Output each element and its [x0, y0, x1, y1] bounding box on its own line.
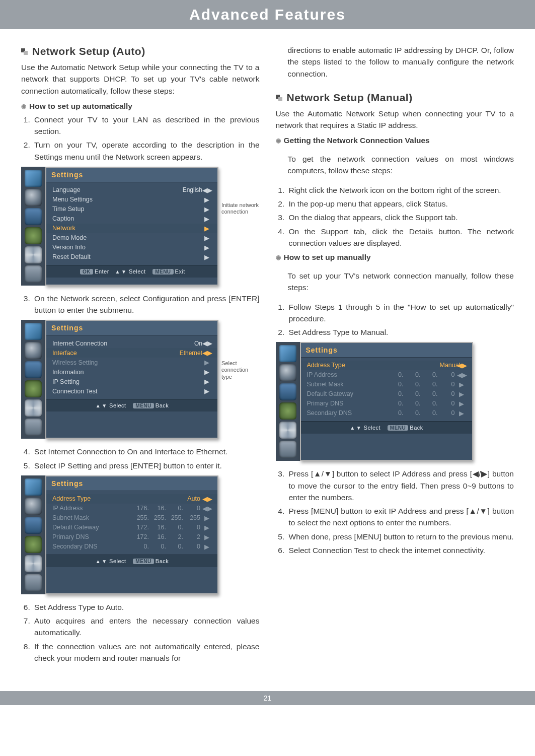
menu-row[interactable]: Secondary DNS0.0.0.0▶	[46, 542, 217, 552]
continuation-text: directions to enable automatic IP addres…	[288, 44, 514, 80]
picture-icon	[279, 345, 296, 362]
lead-text: Use the Automatic Network Setup while yo…	[21, 61, 260, 97]
auto-steps: Set Internet Connection to On and Interf…	[21, 446, 260, 471]
sound-icon	[279, 364, 296, 381]
page-number: 21	[0, 691, 535, 705]
lock-icon	[25, 536, 42, 553]
tv-network-panel: Settings Internet ConnectionOn◀▶Interfac…	[45, 320, 218, 439]
tv-panel-title: Settings	[301, 343, 472, 358]
menu-row[interactable]: Connection Test▶	[46, 386, 217, 396]
manual-lead: To set up your TV's network connection m…	[288, 270, 514, 294]
menu-row[interactable]: Caption▶	[46, 214, 217, 224]
manual-steps: Press [▲/▼] button to select IP Address …	[276, 468, 514, 556]
menu-row[interactable]: IP Address0.0.0.0◀▶	[301, 370, 472, 380]
settings-icon	[25, 399, 42, 417]
menu-row[interactable]: Address TypeManual◀▶	[301, 361, 472, 370]
settings-icon	[25, 555, 42, 572]
step: Follow Steps 1 through 5 in the "How to …	[287, 301, 514, 325]
step: Set Address Type to Auto.	[32, 601, 260, 613]
right-column: directions to enable automatic IP addres…	[276, 42, 514, 666]
menu-row[interactable]: Primary DNS172.16.2.2▶	[46, 532, 217, 542]
tv-settings-panel: Settings LanguageEnglish◀▶Menu Settings▶…	[45, 167, 218, 286]
step: Right click the Network icon on the bott…	[287, 184, 514, 196]
picture-icon	[25, 323, 42, 340]
menu-row[interactable]: Subnet Mask255.255.255.255▶	[46, 513, 217, 523]
sub-head-manual: How to set up manually	[276, 253, 514, 262]
menu-row[interactable]: Time Setup▶	[46, 204, 217, 214]
get-values-steps: Right click the Network icon on the bott…	[276, 184, 514, 249]
left-column: Network Setup (Auto) Use the Automatic N…	[21, 42, 260, 666]
step: Auto acquires and enters the necessary c…	[32, 615, 260, 639]
menu-row[interactable]: InterfaceEthernet◀▶	[46, 348, 217, 358]
step: When done, press [MENU] button to return…	[287, 531, 514, 542]
step: Press [MENU] button to exit IP Address a…	[287, 505, 514, 529]
sound-icon	[25, 189, 42, 206]
tv-panel-title: Settings	[46, 168, 217, 182]
lock-icon	[279, 402, 296, 420]
step: On the dialog that appears, click the Su…	[287, 212, 514, 223]
section-heading-manual: Network Setup (Manual)	[276, 92, 514, 104]
tv-panel-title: Settings	[46, 321, 217, 335]
step: Set Internet Connection to On and Interf…	[32, 446, 260, 457]
step: Press [▲/▼] button to select IP Address …	[287, 468, 514, 503]
tv-footer: ▲▼ Select MENUBack	[301, 421, 472, 434]
menu-row[interactable]: Menu Settings▶	[46, 195, 217, 204]
section-marker-icon	[21, 48, 28, 55]
menu-row[interactable]: Subnet Mask0.0.0.0▶	[301, 380, 472, 389]
menu-row[interactable]: Network▶	[46, 224, 217, 233]
step: If the connection values are not automat…	[32, 641, 260, 664]
menu-row[interactable]: Demo Mode▶	[46, 233, 217, 243]
section-marker-icon	[276, 95, 283, 102]
menu-row[interactable]: Primary DNS0.0.0.0▶	[301, 399, 472, 408]
tv-sidebar	[21, 167, 45, 286]
get-values-lead: To get the network connection values on …	[288, 153, 514, 177]
channel-icon	[25, 361, 42, 378]
home-icon	[279, 441, 296, 458]
auto-steps: Connect your TV to your LAN as described…	[21, 114, 260, 163]
menu-row[interactable]: Wireless Setting▶	[46, 358, 217, 367]
step: Set Address Type to Manual.	[287, 326, 514, 338]
home-icon	[25, 265, 42, 283]
menu-row[interactable]: Reset Default▶	[46, 252, 217, 262]
home-icon	[25, 574, 42, 591]
tv-ip-panel-manual: Settings Address TypeManual◀▶IP Address0…	[300, 342, 473, 461]
menu-row[interactable]: Default Gateway0.0.0.0▶	[301, 389, 472, 399]
tv-footer: OKEnter ▲▼ Select MENUExit	[46, 265, 217, 278]
section-heading-auto: Network Setup (Auto)	[21, 45, 260, 57]
callout-text: Initiate network connection	[221, 202, 260, 215]
menu-row[interactable]: Internet ConnectionOn◀▶	[46, 338, 217, 348]
step: Select Connection Test to check the inte…	[287, 544, 514, 556]
lock-icon	[25, 380, 42, 397]
tv-sidebar	[21, 475, 45, 594]
channel-icon	[25, 208, 42, 225]
menu-row[interactable]: Address TypeAuto◀▶	[46, 494, 217, 504]
step: Select IP Setting and press [ENTER] butt…	[32, 460, 260, 471]
auto-steps: On the Network screen, select Configurat…	[21, 293, 260, 316]
sub-head-auto: How to set up automatically	[21, 102, 260, 111]
menu-row[interactable]: Information▶	[46, 367, 217, 377]
tv-panel-title: Settings	[46, 476, 217, 491]
home-icon	[25, 419, 42, 436]
channel-icon	[279, 383, 296, 400]
lead-text: Use the Automatic Network Setup when con…	[276, 108, 514, 131]
menu-row[interactable]: IP Setting▶	[46, 377, 217, 386]
menu-row[interactable]: IP Address176.16.0.0◀▶	[46, 504, 217, 513]
settings-icon	[279, 422, 296, 439]
tv-ip-panel-auto: Settings Address TypeAuto◀▶IP Address176…	[45, 475, 218, 594]
tv-sidebar	[21, 320, 45, 439]
menu-row[interactable]: Version Info▶	[46, 243, 217, 252]
menu-row[interactable]: Default Gateway172.16.0.0▶	[46, 523, 217, 532]
tv-footer: ▲▼ Select MENUBack	[46, 555, 217, 567]
channel-icon	[25, 517, 42, 534]
settings-icon	[25, 246, 42, 263]
tv-sidebar	[276, 342, 300, 461]
step: In the pop-up menu that appears, click S…	[287, 198, 514, 210]
auto-steps: Set Address Type to Auto. Auto acquires …	[21, 601, 260, 664]
page-banner: Advanced Features	[0, 0, 535, 29]
callout-text: Select connection type	[221, 360, 260, 380]
step: Connect your TV to your LAN as described…	[32, 114, 260, 138]
sound-icon	[25, 498, 42, 515]
menu-row[interactable]: LanguageEnglish◀▶	[46, 185, 217, 195]
sub-head-get-values: Getting the Network Connection Values	[276, 136, 514, 145]
menu-row[interactable]: Secondary DNS0.0.0.0▶	[301, 408, 472, 418]
